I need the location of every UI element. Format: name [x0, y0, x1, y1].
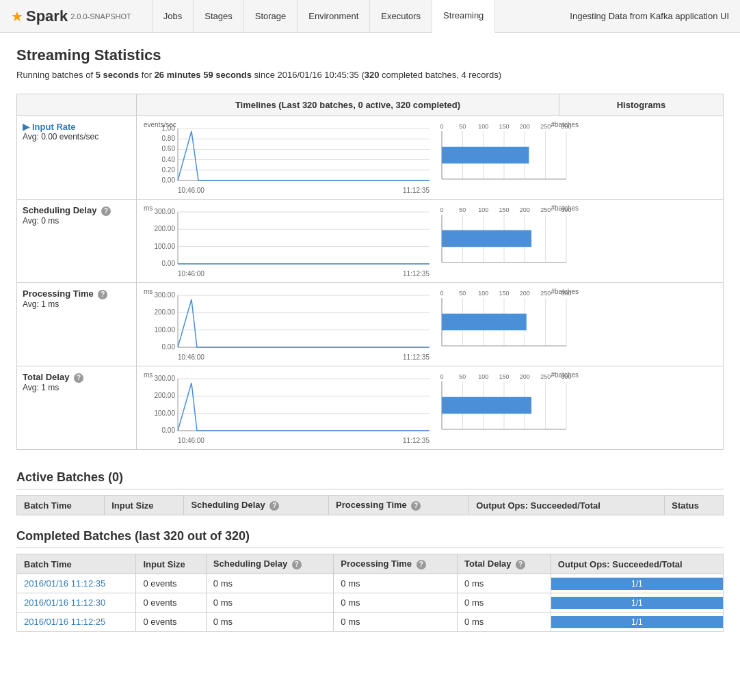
svg-rect-96: [442, 314, 527, 331]
input-size-cell: 0 events: [136, 574, 206, 593]
svg-text:0.40: 0.40: [162, 156, 176, 163]
svg-text:0: 0: [440, 290, 443, 297]
svg-text:300: 300: [561, 123, 571, 130]
completed-count: 320: [365, 70, 380, 80]
metric-name-text: Processing Time ?: [23, 288, 107, 299]
processing-time-cell: 0 ms: [334, 574, 458, 593]
svg-rect-127: [442, 397, 531, 414]
nav-link-stages[interactable]: Stages: [194, 0, 243, 33]
metric-help-icon[interactable]: ?: [101, 206, 111, 216]
histogram-svg: #batches050100150200250300: [436, 202, 580, 278]
svg-text:0.00: 0.00: [162, 427, 176, 434]
duration: 26 minutes 59 seconds: [155, 70, 252, 80]
svg-text:10:46:00: 10:46:00: [178, 437, 204, 444]
completed-batches-header: Completed Batches (last 320 out of 320): [16, 529, 724, 548]
svg-text:ms: ms: [144, 371, 153, 379]
completed-scheduling-help-icon[interactable]: ?: [292, 560, 302, 569]
nav-link-executors[interactable]: Executors: [370, 0, 432, 33]
metric-label-1: Scheduling Delay ?Avg: 0 ms: [17, 200, 137, 283]
table-row: 2016/01/16 11:12:25 0 events 0 ms 0 ms 0…: [17, 612, 724, 632]
timelines-header: Timelines (Last 320 batches, 0 active, 3…: [137, 94, 559, 116]
svg-text:11:12:35: 11:12:35: [403, 353, 430, 361]
active-col-processing-time: Processing Time ?: [329, 496, 469, 515]
main-content: Streaming Statistics Running batches of …: [0, 33, 740, 645]
metric-help-icon[interactable]: ?: [74, 373, 83, 383]
svg-text:1.00: 1.00: [162, 124, 176, 132]
svg-text:250: 250: [540, 373, 551, 380]
svg-text:0.80: 0.80: [162, 135, 176, 142]
output-ops-bar: 1/1: [551, 616, 723, 628]
svg-text:100.00: 100.00: [154, 409, 175, 417]
scheduling-delay-cell: 0 ms: [206, 612, 333, 632]
total-delay-cell: 0 ms: [458, 593, 551, 612]
batch-time-link[interactable]: 2016/01/16 11:12:35: [24, 578, 105, 589]
nav-link-storage[interactable]: Storage: [244, 0, 298, 33]
spark-logo-text: Spark: [26, 8, 68, 25]
svg-text:ms: ms: [144, 288, 153, 295]
metric-avg: Avg: 1 ms: [23, 299, 131, 309]
processing-time-cell: 0 ms: [334, 612, 458, 632]
nav-link-jobs[interactable]: Jobs: [152, 0, 194, 33]
navigation-bar: ★ Spark 2.0.0-SNAPSHOT Jobs Stages Stora…: [0, 0, 740, 33]
spark-star-icon: ★: [11, 8, 23, 25]
processing-time-cell: 0 ms: [334, 593, 458, 612]
svg-text:0: 0: [440, 123, 443, 130]
svg-text:200.00: 200.00: [154, 225, 175, 232]
output-ops-cell: 1/1: [551, 593, 723, 612]
svg-text:250: 250: [540, 123, 551, 130]
nav-links: Jobs Stages Storage Environment Executor…: [152, 0, 570, 33]
svg-text:10:46:00: 10:46:00: [178, 187, 204, 194]
svg-text:0.00: 0.00: [162, 176, 176, 184]
metric-help-icon[interactable]: ?: [98, 290, 107, 299]
scheduling-delay-help-icon[interactable]: ?: [269, 501, 279, 511]
metric-name-text: Scheduling Delay ?: [23, 205, 111, 215]
input-size-cell: 0 events: [136, 612, 206, 632]
histograms-header: Histograms: [559, 94, 724, 116]
svg-text:100: 100: [478, 206, 488, 213]
scheduling-delay-cell: 0 ms: [206, 593, 333, 612]
output-ops-cell: 1/1: [551, 612, 723, 632]
svg-text:100: 100: [478, 373, 488, 380]
batch-time-link[interactable]: 2016/01/16 11:12:30: [24, 597, 105, 608]
histogram-svg: #batches050100150200250300: [436, 119, 580, 194]
svg-text:200: 200: [520, 123, 530, 130]
active-col-status: Status: [665, 496, 724, 515]
svg-text:250: 250: [540, 290, 551, 297]
completed-col-output-ops: Output Ops: Succeeded/Total: [551, 554, 723, 574]
svg-text:11:12:35: 11:12:35: [403, 437, 430, 444]
metric-name-link[interactable]: Input Rate: [32, 122, 76, 132]
input-size-cell: 0 events: [136, 593, 206, 612]
processing-time-help-icon[interactable]: ?: [411, 501, 421, 511]
svg-text:50: 50: [459, 373, 466, 380]
metric-avg: Avg: 0.00 events/sec: [23, 132, 131, 142]
total-delay-cell: 0 ms: [458, 612, 551, 632]
svg-text:150: 150: [499, 373, 509, 380]
table-row: 2016/01/16 11:12:35 0 events 0 ms 0 ms 0…: [17, 574, 724, 593]
timeline-svg: ms300.00200.00100.000.0010:46:0011:12:35: [142, 202, 436, 278]
metric-charts-0: events/sec1.000.800.600.400.200.0010:46:…: [137, 116, 724, 200]
output-ops-bar: 1/1: [551, 597, 723, 609]
svg-text:100.00: 100.00: [154, 243, 175, 250]
completed-total-delay-help-icon[interactable]: ?: [516, 560, 525, 569]
metric-charts-2: ms300.00200.00100.000.0010:46:0011:12:35…: [137, 283, 724, 366]
metric-charts-3: ms300.00200.00100.000.0010:46:0011:12:35…: [137, 366, 724, 450]
batch-time-cell: 2016/01/16 11:12:35: [17, 574, 136, 593]
active-col-scheduling-delay: Scheduling Delay ?: [184, 496, 329, 515]
svg-text:150: 150: [499, 290, 509, 297]
svg-rect-65: [442, 230, 531, 247]
svg-text:50: 50: [459, 123, 466, 130]
timeline-svg: events/sec1.000.800.600.400.200.0010:46:…: [142, 119, 436, 194]
active-batches-table: Batch Time Input Size Scheduling Delay ?…: [16, 495, 724, 515]
svg-text:0.60: 0.60: [162, 145, 176, 152]
svg-text:200.00: 200.00: [154, 308, 175, 316]
table-row: 2016/01/16 11:12:30 0 events 0 ms 0 ms 0…: [17, 593, 724, 612]
app-title: Ingesting Data from Kafka application UI: [570, 11, 729, 21]
timeline-svg: ms300.00200.00100.000.0010:46:0011:12:35: [142, 369, 436, 444]
completed-processing-help-icon[interactable]: ?: [417, 560, 426, 569]
batch-time-link[interactable]: 2016/01/16 11:12:25: [24, 617, 105, 627]
svg-text:10:46:00: 10:46:00: [178, 270, 204, 278]
nav-link-streaming[interactable]: Streaming: [432, 0, 495, 33]
svg-text:200: 200: [520, 290, 530, 297]
svg-text:0.20: 0.20: [162, 166, 176, 174]
nav-link-environment[interactable]: Environment: [298, 0, 370, 33]
